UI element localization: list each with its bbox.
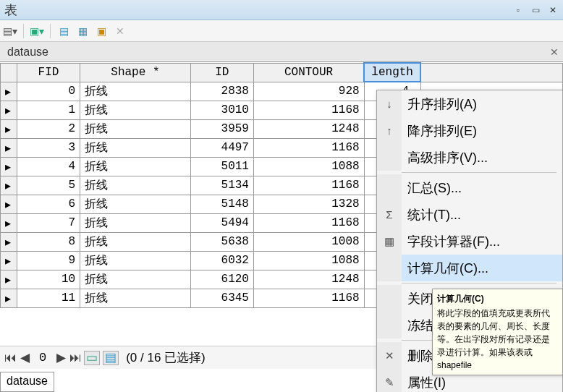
- col-contour[interactable]: CONTOUR: [253, 63, 364, 82]
- menu-item-label: 汇总(S)...: [402, 179, 562, 197]
- cell-id: 5134: [190, 176, 253, 195]
- row-header[interactable]: ▸: [1, 213, 17, 232]
- row-header[interactable]: ▸: [1, 289, 17, 307]
- menu-separator: [402, 172, 556, 173]
- cell-id: 5638: [190, 232, 253, 251]
- cell-contour: 1168: [253, 138, 364, 157]
- menu-separator: [402, 283, 556, 284]
- cell-shape: 折线: [80, 251, 191, 270]
- cell-shape: 折线: [80, 270, 191, 289]
- menu-item-icon: ✕: [377, 342, 402, 369]
- menu-item-icon: ▦: [377, 228, 402, 255]
- col-fid[interactable]: FID: [17, 63, 80, 82]
- cell-fid: 6: [17, 195, 80, 213]
- tooltip: 计算几何(C) 将此字段的值填充或更表所代表的要素的几何、周长、长度等。在出字段…: [432, 289, 563, 375]
- cell-fid: 2: [17, 119, 80, 138]
- cell-id: 5011: [190, 157, 253, 176]
- cell-id: 6032: [190, 251, 253, 270]
- cell-contour: 1088: [253, 251, 364, 270]
- cell-contour: 1328: [253, 195, 364, 213]
- cell-contour: 1248: [253, 270, 364, 289]
- menu-item-label: 属性(I): [402, 374, 562, 391]
- cell-contour: 1168: [253, 101, 364, 119]
- menu-item-icon: [377, 144, 402, 171]
- show-selected-icon[interactable]: ▤: [103, 351, 119, 365]
- row-header[interactable]: ▸: [1, 176, 17, 195]
- show-all-icon[interactable]: ▭: [84, 351, 100, 365]
- cell-id: 5148: [190, 195, 253, 213]
- menu-item-icon: ✎: [377, 369, 402, 392]
- cell-shape: 折线: [80, 213, 191, 232]
- close-icon[interactable]: ✕: [547, 5, 559, 15]
- tab-datause[interactable]: datause: [0, 43, 56, 61]
- cell-contour: 1168: [253, 176, 364, 195]
- menu-dropdown-icon[interactable]: ▤▾: [3, 24, 17, 38]
- col-id[interactable]: ID: [190, 63, 253, 82]
- menu-item-label: 高级排序(V)...: [402, 149, 562, 166]
- col-length[interactable]: length: [364, 63, 420, 82]
- cell-id: 4497: [190, 138, 253, 157]
- row-header[interactable]: ▸: [1, 195, 17, 213]
- menu-item[interactable]: ↑降序排列(E): [377, 117, 562, 144]
- menu-item-label: 统计(T)...: [402, 206, 562, 223]
- menu-item[interactable]: ↓升序排列(A): [377, 90, 562, 117]
- tab-bar: datause ✕: [0, 42, 563, 62]
- cell-fid: 5: [17, 176, 80, 195]
- cell-shape: 折线: [80, 157, 191, 176]
- menu-item-icon: [377, 255, 402, 281]
- cell-id: 6345: [190, 289, 253, 307]
- nav-first-icon[interactable]: ⏮: [4, 352, 16, 364]
- menu-item-icon: [377, 312, 402, 338]
- row-header[interactable]: ▸: [1, 232, 17, 251]
- toolbar-btn-4[interactable]: ▣: [94, 24, 109, 38]
- cell-fid: 10: [17, 270, 80, 289]
- titlebar: 表 ▫ ▭ ✕: [0, 0, 563, 20]
- maximize-icon[interactable]: ▭: [530, 5, 541, 15]
- cell-contour: 1248: [253, 119, 364, 138]
- minimize-icon[interactable]: ▫: [512, 5, 524, 15]
- row-header[interactable]: ▸: [1, 101, 17, 119]
- toolbar-btn-2[interactable]: ▤: [56, 24, 71, 38]
- row-header[interactable]: ▸: [1, 119, 17, 138]
- bottom-tab-datause[interactable]: datause: [0, 372, 54, 392]
- menu-item-label: 升序排列(A): [402, 95, 562, 113]
- cell-shape: 折线: [80, 82, 191, 101]
- nav-next-icon[interactable]: ▶: [55, 352, 67, 364]
- cell-contour: 928: [253, 82, 364, 101]
- toolbar-close-icon[interactable]: ✕: [113, 24, 127, 38]
- menu-item[interactable]: Σ统计(T)...: [377, 201, 562, 228]
- menu-item[interactable]: ▦字段计算器(F)...: [377, 228, 562, 255]
- cell-shape: 折线: [80, 195, 191, 213]
- cell-shape: 折线: [80, 289, 191, 307]
- cell-fid: 9: [17, 251, 80, 270]
- nav-last-icon[interactable]: ⏭: [69, 352, 81, 364]
- cell-id: 2838: [190, 82, 253, 101]
- toolbar-btn-3[interactable]: ▦: [75, 24, 90, 38]
- cell-fid: 11: [17, 289, 80, 307]
- selection-status: (0 / 16 已选择): [126, 349, 206, 366]
- row-header[interactable]: ▸: [1, 251, 17, 270]
- row-header[interactable]: ▸: [1, 270, 17, 289]
- tab-close-icon[interactable]: ✕: [550, 46, 559, 58]
- row-header[interactable]: ▸: [1, 157, 17, 176]
- record-counter[interactable]: 0: [33, 351, 52, 365]
- row-header[interactable]: ▸: [1, 138, 17, 157]
- cell-id: 6120: [190, 270, 253, 289]
- cell-id: 3959: [190, 119, 253, 138]
- toolbar-btn-1[interactable]: ▣▾: [30, 24, 44, 38]
- menu-item[interactable]: 高级排序(V)...: [377, 144, 562, 171]
- cell-shape: 折线: [80, 119, 191, 138]
- menu-item-icon: [377, 285, 402, 312]
- col-shape[interactable]: Shape *: [80, 63, 191, 82]
- cell-shape: 折线: [80, 101, 191, 119]
- cell-id: 5494: [190, 213, 253, 232]
- menu-item[interactable]: 计算几何(C)...: [377, 255, 562, 281]
- toolbar: ▤▾ ▣▾ ▤ ▦ ▣ ✕: [0, 20, 563, 42]
- cell-fid: 1: [17, 101, 80, 119]
- nav-prev-icon[interactable]: ◀: [19, 352, 30, 364]
- cell-shape: 折线: [80, 138, 191, 157]
- menu-item[interactable]: 汇总(S)...: [377, 174, 562, 201]
- row-header[interactable]: ▸: [1, 82, 17, 101]
- menu-item-icon: [377, 174, 402, 201]
- tooltip-body: 将此字段的值填充或更表所代表的要素的几何、周长、长度等。在出字段对所有记录还是录…: [437, 307, 558, 372]
